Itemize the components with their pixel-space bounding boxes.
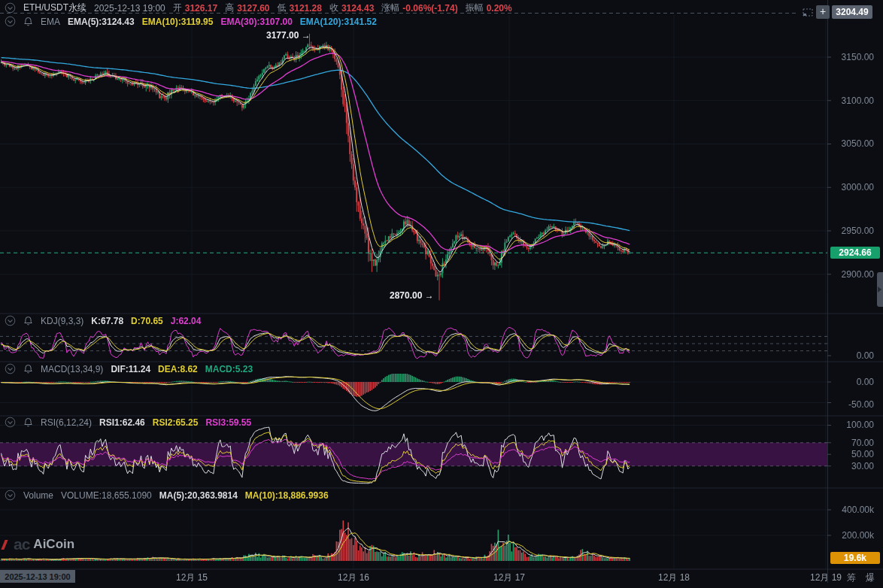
x-tick-dec18: 12月 18: [658, 571, 690, 584]
open-field: 开3126.17: [173, 2, 217, 14]
aicoin-watermark: ac AiCoin: [3, 535, 74, 553]
collapse-chevron-icon[interactable]: [5, 489, 16, 501]
chip-distribution-button[interactable]: 筹: [847, 571, 856, 584]
rsi-tick: 50.00: [829, 449, 874, 459]
rsi-tick: 30.00: [829, 461, 874, 471]
macd-tick: -50.00: [829, 399, 874, 410]
symbol-name[interactable]: ETH/USDT永续: [23, 2, 86, 14]
macd-dif-value: DIF:11.24: [111, 364, 150, 374]
alert-bell-icon[interactable]: [23, 316, 33, 326]
x-tick-dec16: 12月 16: [338, 571, 369, 584]
price-tick: 3050.00: [829, 138, 874, 149]
rsi-tick: 100.00: [829, 420, 874, 430]
ema-legend: EMA EMA(5):3124.43 EMA(10):3119.95 EMA(3…: [5, 16, 377, 27]
price-tick: 3000.00: [829, 182, 874, 192]
kdj-k-value: K:67.78: [91, 316, 123, 326]
amplitude-field: 振幅0.20%: [466, 2, 512, 14]
price-annotation-low: 2870.00 →: [390, 290, 434, 301]
layout-resize-icon[interactable]: [802, 7, 814, 18]
aicoin-logo-icon: [1, 540, 11, 550]
change-field: 涨幅-0.06%(-1.74): [381, 2, 457, 14]
low-field: 低3121.28: [278, 2, 322, 14]
kdj-tick: 0.00: [829, 350, 874, 361]
last-volume-badge: 19.6k: [830, 552, 880, 564]
price-tick: 2900.00: [829, 269, 874, 280]
last-price-badge: 2924.66: [830, 247, 880, 259]
crosshair-time-badge: 2025-12-13 19:00: [0, 570, 75, 583]
kdj-d-value: D:70.65: [131, 316, 163, 326]
kdj-j-value: J:62.04: [171, 316, 202, 326]
panel-expand-handle[interactable]: [877, 272, 883, 307]
ema120-value: EMA(120):3141.52: [300, 17, 377, 27]
alert-bell-icon[interactable]: [23, 17, 33, 27]
liquidation-map-button[interactable]: 爆: [866, 571, 875, 584]
macd-hist-value: MACD:5.23: [205, 364, 253, 374]
macd-legend: MACD(13,34,9) DIF:11.24 DEA:8.62 MACD:5.…: [5, 363, 253, 374]
price-tick: 2950.00: [829, 226, 874, 236]
rsi-indicator-name[interactable]: RSI(6,12,24): [41, 417, 92, 428]
collapse-chevron-icon[interactable]: [5, 2, 16, 14]
volume-ma5-value: MA(5):20,363.9814: [159, 490, 238, 501]
aicoin-name: AiCoin: [33, 537, 74, 552]
volume-tick: 200.00k: [829, 530, 874, 541]
volume-legend: Volume VOLUME:18,655.1090 MA(5):20,363.9…: [5, 489, 329, 501]
ema5-value: EMA(5):3124.43: [68, 17, 135, 27]
rsi3-value: RSI3:59.55: [205, 417, 251, 428]
collapse-chevron-icon[interactable]: [5, 16, 16, 27]
symbol-info-bar: ETH/USDT永续 2025-12-13 19:00 开3126.17 高31…: [5, 2, 512, 14]
ema10-value: EMA(10):3119.95: [142, 17, 214, 27]
add-indicator-button[interactable]: +: [816, 5, 830, 19]
macd-tick: 0.00: [829, 377, 874, 387]
x-tick-dec19: 12月 19: [810, 571, 842, 584]
alert-bell-icon[interactable]: [23, 364, 33, 374]
close-field: 收3124.43: [329, 2, 374, 14]
top-price-badge: 3204.49: [832, 5, 872, 19]
price-tick: 3150.00: [829, 52, 874, 62]
collapse-chevron-icon[interactable]: [5, 363, 16, 374]
macd-dea-value: DEA:8.62: [158, 364, 198, 374]
rsi2-value: RSI2:65.25: [153, 417, 199, 428]
rsi-legend: RSI(6,12,24) RSI1:62.46 RSI2:65.25 RSI3:…: [5, 417, 251, 428]
price-annotation-high: 3177.00 →: [266, 30, 311, 41]
chart-controls: + 3204.49: [802, 5, 872, 19]
aicoin-logo-text: ac: [14, 535, 29, 553]
kdj-indicator-name[interactable]: KDJ(9,3,3): [41, 316, 83, 326]
alert-bell-icon[interactable]: [23, 417, 33, 428]
price-tick: 3100.00: [829, 95, 874, 106]
rsi-tick: 70.00: [829, 438, 874, 448]
volume-indicator-name[interactable]: Volume: [23, 490, 53, 501]
rsi1-value: RSI1:62.46: [99, 417, 145, 428]
ema-indicator-name[interactable]: EMA: [41, 17, 60, 27]
candle-datetime: 2025-12-13 19:00: [94, 3, 165, 14]
collapse-chevron-icon[interactable]: [5, 417, 16, 428]
x-tick-dec17: 12月 17: [493, 571, 525, 584]
trading-chart-app: ETH/USDT永续 2025-12-13 19:00 开3126.17 高31…: [0, 0, 883, 588]
kdj-legend: KDJ(9,3,3) K:67.78 D:70.65 J:62.04: [5, 315, 201, 326]
macd-indicator-name[interactable]: MACD(13,34,9): [41, 364, 103, 374]
volume-ma10-value: MA(10):18,886.9936: [245, 490, 329, 501]
high-field: 高3127.60: [225, 2, 269, 14]
ema30-value: EMA(30):3107.00: [220, 17, 292, 27]
x-tick-dec15: 12月 15: [176, 571, 208, 584]
volume-tick: 400.00k: [829, 505, 874, 515]
volume-value: VOLUME:18,655.1090: [61, 490, 152, 501]
collapse-chevron-icon[interactable]: [5, 315, 16, 326]
